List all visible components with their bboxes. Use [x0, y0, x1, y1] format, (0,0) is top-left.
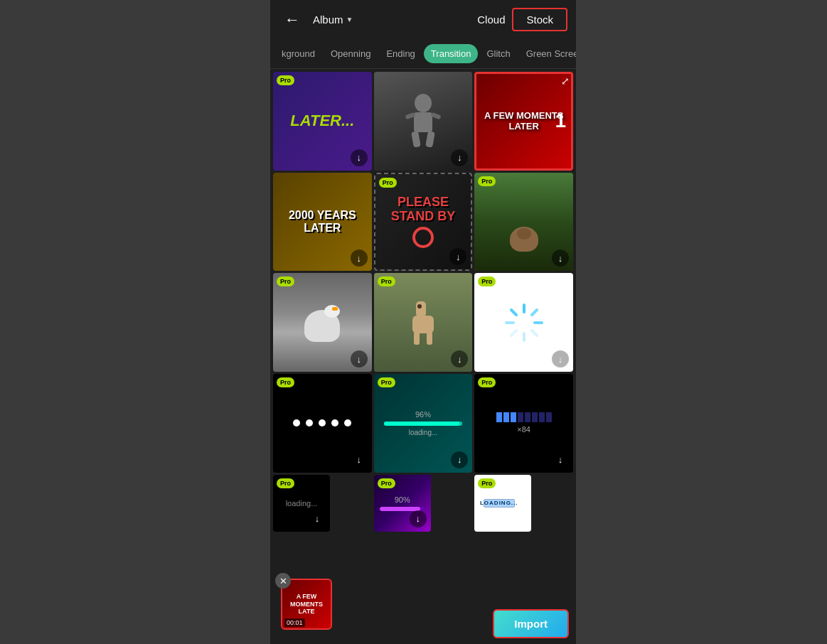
right-background	[576, 0, 827, 644]
loading3-bar: LOADING...	[484, 499, 515, 508]
pro-badge: Pro	[277, 478, 294, 488]
grid-item-dots[interactable]: Pro ↓	[273, 374, 372, 473]
album-dropdown-arrow: ▼	[346, 16, 353, 23]
dot-2	[306, 419, 313, 426]
download-button[interactable]: ↓	[351, 451, 368, 468]
loading3-container: LOADING...	[484, 499, 523, 508]
download-button[interactable]: ↓	[552, 350, 569, 367]
seg-3	[511, 412, 516, 422]
download-button[interactable]: ↓	[351, 350, 368, 367]
svg-rect-1	[414, 112, 432, 132]
stock-button[interactable]: Stock	[512, 8, 567, 31]
grid-item-person[interactable]: ↓	[374, 72, 473, 171]
close-preview-button[interactable]: ✕	[275, 573, 291, 589]
percent-text: 90%	[395, 495, 410, 504]
pixel-bar	[496, 412, 552, 422]
pro-badge: Pro	[277, 277, 294, 286]
tab-glitch[interactable]: Glitch	[479, 44, 517, 63]
pro-badge: Pro	[378, 377, 395, 387]
grid-item-nature[interactable]: Pro ↓	[474, 173, 573, 272]
album-button[interactable]: Album ▼	[313, 14, 353, 26]
number-badge: 1	[555, 109, 566, 132]
standby-text: PLEASESTAND BY	[391, 195, 456, 224]
percent-text-84: ×84	[496, 425, 552, 434]
back-button[interactable]: ←	[279, 8, 306, 32]
download-button[interactable]: ↓	[351, 149, 368, 166]
panel-header: ← Album ▼ Cloud Stock	[270, 0, 576, 39]
import-button[interactable]: Import	[493, 609, 569, 638]
grid-item-standby[interactable]: Pro PLEASESTAND BY ↓	[374, 173, 473, 272]
svg-point-10	[417, 304, 422, 308]
seg-4	[518, 412, 523, 422]
grid-item-2000years[interactable]: 2000 YEARS LATER ↓	[273, 173, 372, 272]
svg-rect-11	[417, 301, 423, 304]
album-label: Album	[313, 14, 343, 26]
svg-rect-9	[427, 332, 432, 345]
svg-line-16	[511, 310, 516, 315]
download-button[interactable]: ↓	[451, 149, 468, 166]
grid-item-duck[interactable]: Pro ↓	[273, 273, 372, 372]
dot-4	[331, 419, 338, 426]
svg-line-19	[511, 331, 516, 336]
grid-item-loading3[interactable]: Pro LOADING...	[474, 475, 531, 532]
svg-rect-4	[411, 132, 421, 148]
seg-7	[539, 412, 545, 422]
svg-line-18	[532, 310, 537, 315]
pro-badge: Pro	[277, 75, 294, 85]
seg-6	[532, 412, 538, 422]
preview-strip: ✕ A FEW MOMENTS LATE 00:01	[281, 579, 332, 630]
pro-badge: Pro	[379, 178, 397, 188]
loading3-fill: LOADING...	[480, 500, 518, 506]
category-tabs: kground Openning Ending Transition Glitc…	[270, 39, 576, 69]
pro-badge: Pro	[478, 478, 496, 488]
standby-circle	[412, 227, 434, 248]
media-grid: Pro LATER... ↓ ↓	[273, 72, 573, 532]
grid-item-loading-purple[interactable]: Pro 90% ↓	[374, 475, 431, 532]
loading-bar-fill	[384, 422, 460, 426]
svg-rect-7	[412, 316, 434, 333]
dots-row	[293, 419, 351, 426]
download-button[interactable]: ↓	[410, 510, 427, 527]
pro-badge: Pro	[378, 478, 395, 488]
loading-bar-container: 90%	[380, 495, 425, 511]
pro-badge: Pro	[478, 277, 496, 286]
grid-item-moments[interactable]: ⤢ A FEW MOMENTS LATER 1	[474, 72, 573, 171]
person-silhouette-icon	[398, 92, 448, 149]
tab-transition[interactable]: Transition	[424, 44, 479, 63]
spinner-icon	[503, 301, 545, 344]
tab-opening[interactable]: Openning	[324, 44, 378, 63]
dot-5	[344, 419, 351, 426]
seg-8	[546, 412, 552, 422]
seg-1	[496, 412, 502, 422]
grid-item-spinner[interactable]: Pro ↓	[474, 273, 573, 372]
pixel-bar-container: ×84	[496, 412, 552, 434]
loading-bar-fill	[380, 507, 421, 511]
seg-2	[503, 412, 509, 422]
tab-background[interactable]: kground	[274, 44, 322, 63]
svg-line-17	[532, 331, 537, 336]
grid-item-loading2[interactable]: Pro loading... ↓	[273, 475, 330, 532]
years-text: 2000 YEARS LATER	[273, 209, 372, 234]
grid-item-loading-teal[interactable]: Pro 96% loading... ↓	[374, 374, 473, 473]
grid-item-pixel-bar[interactable]: Pro ×84	[474, 374, 573, 473]
grid-item-llama[interactable]: Pro ↓	[374, 273, 473, 372]
cloud-button[interactable]: Cloud	[477, 14, 505, 26]
svg-rect-5	[425, 132, 435, 148]
preview-thumbnail[interactable]: A FEW MOMENTS LATE 00:01	[281, 579, 332, 630]
percent-text: 96%	[415, 410, 431, 419]
dot-3	[319, 419, 326, 426]
download-button[interactable]: ↓	[309, 510, 326, 527]
grid-item-later[interactable]: Pro LATER... ↓	[273, 72, 372, 171]
dot-1	[293, 419, 300, 426]
tab-ending[interactable]: Ending	[379, 44, 422, 63]
loading-bar	[384, 422, 463, 426]
download-button[interactable]: ↓	[351, 249, 368, 267]
pro-badge: Pro	[478, 377, 496, 387]
preview-time: 00:01	[284, 618, 305, 627]
tab-greenscreen[interactable]: Green Screen	[519, 44, 576, 63]
download-button[interactable]: ↓	[451, 451, 468, 468]
pro-badge: Pro	[277, 377, 294, 387]
left-background	[0, 0, 270, 644]
later-text: LATER...	[290, 112, 354, 129]
download-button[interactable]: ↓	[552, 451, 569, 468]
